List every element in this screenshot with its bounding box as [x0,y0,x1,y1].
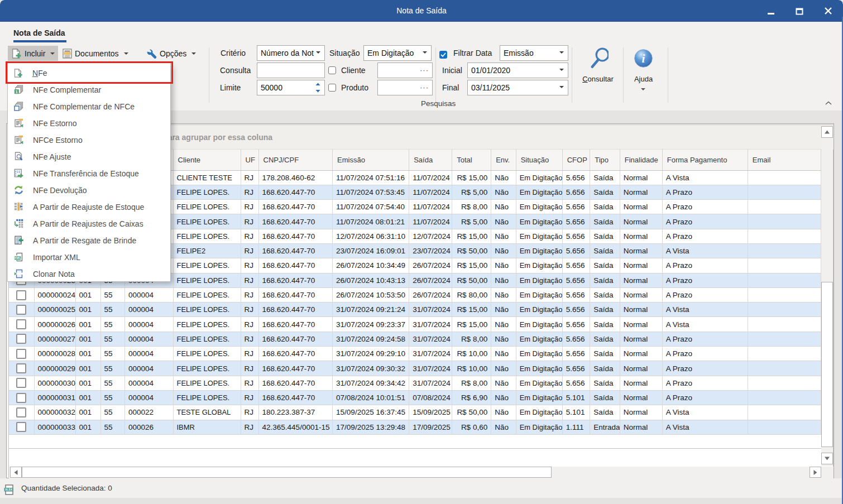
svg-text:i: i [642,52,645,65]
svg-text:XML: XML [14,256,21,260]
svg-text:XLSX: XLSX [5,488,13,491]
svg-text:1: 1 [16,90,18,94]
